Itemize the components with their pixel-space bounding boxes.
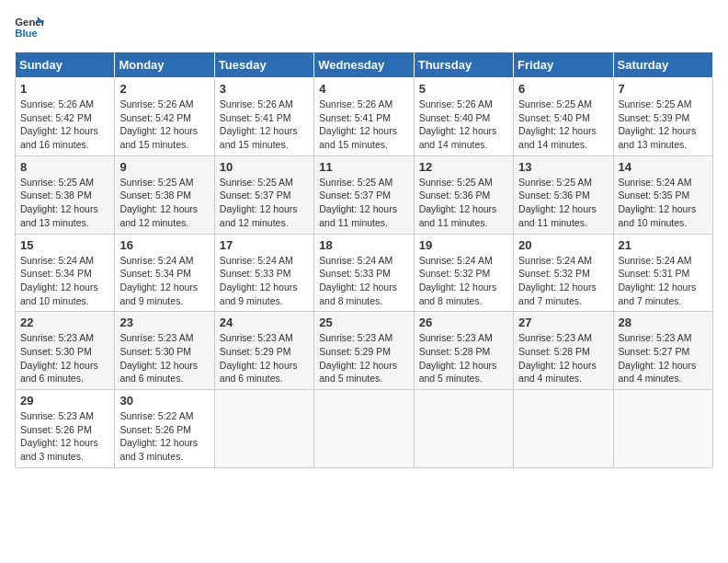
day-number: 8 [20, 160, 109, 174]
day-info: Sunrise: 5:24 AMSunset: 5:32 PMDaylight:… [419, 254, 508, 308]
day-number: 9 [119, 160, 209, 174]
day-number: 17 [220, 238, 309, 252]
calendar-cell: 24Sunrise: 5:23 AMSunset: 5:29 PMDayligh… [214, 312, 313, 390]
week-row-4: 29Sunrise: 5:23 AMSunset: 5:26 PMDayligh… [16, 390, 713, 468]
day-number: 24 [220, 316, 309, 329]
calendar-cell [214, 390, 313, 468]
calendar-cell: 18Sunrise: 5:24 AMSunset: 5:33 PMDayligh… [314, 234, 414, 312]
calendar-cell: 30Sunrise: 5:22 AMSunset: 5:26 PMDayligh… [115, 390, 214, 468]
day-number: 25 [319, 316, 408, 329]
calendar-cell: 29Sunrise: 5:23 AMSunset: 5:26 PMDayligh… [16, 390, 115, 468]
day-info: Sunrise: 5:26 AMSunset: 5:41 PMDaylight:… [220, 98, 309, 152]
calendar-cell [314, 390, 414, 468]
calendar-cell: 16Sunrise: 5:24 AMSunset: 5:34 PMDayligh… [115, 234, 214, 312]
calendar-cell: 10Sunrise: 5:25 AMSunset: 5:37 PMDayligh… [214, 155, 313, 234]
day-number: 12 [419, 160, 508, 174]
calendar-cell: 4Sunrise: 5:26 AMSunset: 5:41 PMDaylight… [314, 78, 414, 156]
col-header-friday: Friday [514, 52, 613, 78]
week-row-1: 8Sunrise: 5:25 AMSunset: 5:38 PMDaylight… [16, 155, 713, 234]
day-number: 29 [20, 394, 109, 408]
day-info: Sunrise: 5:23 AMSunset: 5:27 PMDaylight:… [619, 331, 708, 385]
day-number: 4 [319, 82, 408, 96]
day-number: 7 [619, 82, 708, 96]
day-info: Sunrise: 5:24 AMSunset: 5:34 PMDaylight:… [119, 254, 209, 308]
calendar-cell [514, 390, 613, 468]
calendar-cell: 14Sunrise: 5:24 AMSunset: 5:35 PMDayligh… [613, 155, 712, 234]
day-info: Sunrise: 5:25 AMSunset: 5:39 PMDaylight:… [619, 98, 708, 152]
day-info: Sunrise: 5:24 AMSunset: 5:32 PMDaylight:… [518, 254, 608, 308]
day-number: 11 [319, 160, 408, 174]
calendar-cell: 25Sunrise: 5:23 AMSunset: 5:29 PMDayligh… [314, 312, 414, 390]
col-header-thursday: Thursday [414, 52, 513, 78]
calendar-cell: 6Sunrise: 5:25 AMSunset: 5:40 PMDaylight… [514, 78, 613, 156]
day-number: 14 [619, 160, 708, 174]
calendar-cell: 17Sunrise: 5:24 AMSunset: 5:33 PMDayligh… [214, 234, 313, 312]
calendar-cell: 27Sunrise: 5:23 AMSunset: 5:28 PMDayligh… [514, 312, 613, 390]
calendar-cell: 22Sunrise: 5:23 AMSunset: 5:30 PMDayligh… [16, 312, 115, 390]
day-number: 19 [419, 238, 508, 252]
day-info: Sunrise: 5:25 AMSunset: 5:37 PMDaylight:… [220, 176, 309, 230]
day-info: Sunrise: 5:24 AMSunset: 5:31 PMDaylight:… [619, 254, 708, 308]
day-info: Sunrise: 5:26 AMSunset: 5:40 PMDaylight:… [419, 98, 508, 152]
day-info: Sunrise: 5:26 AMSunset: 5:42 PMDaylight:… [119, 98, 209, 152]
day-number: 15 [20, 238, 109, 252]
calendar-cell [613, 390, 712, 468]
calendar-cell: 2Sunrise: 5:26 AMSunset: 5:42 PMDaylight… [115, 78, 214, 156]
day-info: Sunrise: 5:24 AMSunset: 5:35 PMDaylight:… [619, 176, 708, 230]
calendar-cell: 5Sunrise: 5:26 AMSunset: 5:40 PMDaylight… [414, 78, 513, 156]
col-header-sunday: Sunday [16, 52, 115, 78]
day-info: Sunrise: 5:23 AMSunset: 5:30 PMDaylight:… [20, 331, 109, 385]
day-info: Sunrise: 5:22 AMSunset: 5:26 PMDaylight:… [119, 409, 209, 464]
day-number: 6 [518, 82, 608, 96]
day-number: 18 [319, 238, 408, 252]
day-info: Sunrise: 5:25 AMSunset: 5:36 PMDaylight:… [419, 176, 508, 230]
logo-icon: General Blue [15, 15, 44, 40]
day-info: Sunrise: 5:23 AMSunset: 5:28 PMDaylight:… [518, 331, 608, 385]
calendar-cell: 15Sunrise: 5:24 AMSunset: 5:34 PMDayligh… [16, 234, 115, 312]
day-info: Sunrise: 5:24 AMSunset: 5:33 PMDaylight:… [220, 254, 309, 308]
calendar-cell: 8Sunrise: 5:25 AMSunset: 5:38 PMDaylight… [16, 155, 115, 234]
day-info: Sunrise: 5:25 AMSunset: 5:40 PMDaylight:… [518, 98, 608, 152]
day-info: Sunrise: 5:25 AMSunset: 5:38 PMDaylight:… [20, 176, 109, 230]
week-row-2: 15Sunrise: 5:24 AMSunset: 5:34 PMDayligh… [16, 234, 713, 312]
calendar-cell: 12Sunrise: 5:25 AMSunset: 5:36 PMDayligh… [414, 155, 513, 234]
day-info: Sunrise: 5:24 AMSunset: 5:34 PMDaylight:… [20, 254, 109, 308]
col-header-tuesday: Tuesday [214, 52, 313, 78]
calendar-cell: 1Sunrise: 5:26 AMSunset: 5:42 PMDaylight… [16, 78, 115, 156]
header-row: SundayMondayTuesdayWednesdayThursdayFrid… [16, 52, 713, 78]
day-number: 13 [518, 160, 608, 174]
day-number: 28 [619, 316, 708, 329]
week-row-3: 22Sunrise: 5:23 AMSunset: 5:30 PMDayligh… [16, 312, 713, 390]
day-info: Sunrise: 5:24 AMSunset: 5:33 PMDaylight:… [319, 254, 408, 308]
day-info: Sunrise: 5:25 AMSunset: 5:36 PMDaylight:… [518, 176, 608, 230]
day-number: 22 [20, 316, 109, 329]
day-info: Sunrise: 5:23 AMSunset: 5:28 PMDaylight:… [419, 331, 508, 385]
calendar-cell: 9Sunrise: 5:25 AMSunset: 5:38 PMDaylight… [115, 155, 214, 234]
day-number: 2 [119, 82, 209, 96]
day-number: 1 [20, 82, 109, 96]
day-number: 5 [419, 82, 508, 96]
calendar-cell: 28Sunrise: 5:23 AMSunset: 5:27 PMDayligh… [613, 312, 712, 390]
day-number: 27 [518, 316, 608, 329]
calendar-cell: 7Sunrise: 5:25 AMSunset: 5:39 PMDaylight… [613, 78, 712, 156]
calendar-cell: 26Sunrise: 5:23 AMSunset: 5:28 PMDayligh… [414, 312, 513, 390]
day-info: Sunrise: 5:26 AMSunset: 5:41 PMDaylight:… [319, 98, 408, 152]
week-row-0: 1Sunrise: 5:26 AMSunset: 5:42 PMDaylight… [16, 78, 713, 156]
calendar-cell [414, 390, 513, 468]
svg-text:Blue: Blue [15, 28, 38, 39]
day-number: 23 [119, 316, 209, 329]
col-header-wednesday: Wednesday [314, 52, 414, 78]
col-header-monday: Monday [115, 52, 214, 78]
day-info: Sunrise: 5:23 AMSunset: 5:30 PMDaylight:… [119, 331, 209, 385]
calendar-cell: 19Sunrise: 5:24 AMSunset: 5:32 PMDayligh… [414, 234, 513, 312]
calendar-table: SundayMondayTuesdayWednesdayThursdayFrid… [15, 52, 713, 468]
day-number: 26 [419, 316, 508, 329]
day-number: 3 [220, 82, 309, 96]
page-header: General Blue [15, 15, 713, 40]
col-header-saturday: Saturday [613, 52, 712, 78]
day-info: Sunrise: 5:23 AMSunset: 5:29 PMDaylight:… [319, 331, 408, 385]
day-number: 16 [119, 238, 209, 252]
logo: General Blue [15, 15, 44, 40]
day-number: 21 [619, 238, 708, 252]
day-info: Sunrise: 5:26 AMSunset: 5:42 PMDaylight:… [20, 98, 109, 152]
